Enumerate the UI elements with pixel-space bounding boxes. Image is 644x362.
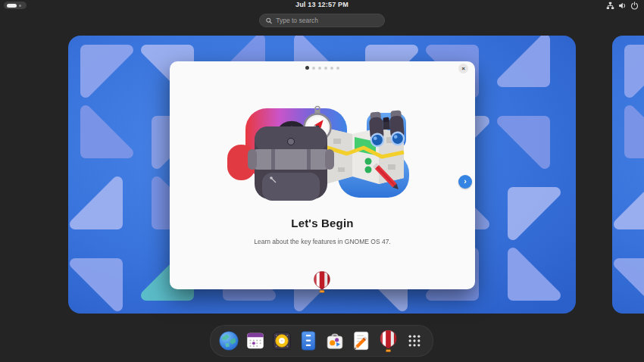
dock-item-music[interactable] [270, 329, 293, 352]
dock-item-text-editor[interactable] [350, 329, 373, 352]
tour-balloon-icon [378, 329, 399, 352]
software-bag-icon [324, 330, 345, 351]
dash-dock [210, 325, 433, 357]
dialog-subtitle: Learn about the key features in GNOME OS… [170, 238, 475, 245]
chevron-right-icon: › [464, 176, 467, 186]
next-page-button[interactable]: › [458, 175, 472, 189]
volume-icon [618, 2, 627, 10]
dock-item-software[interactable] [324, 329, 346, 352]
tour-illustration [227, 101, 417, 201]
search-icon [266, 17, 272, 24]
carousel-dot-4[interactable] [324, 67, 327, 70]
carousel-dot-3[interactable] [318, 67, 321, 70]
dock-item-web-browser[interactable] [217, 329, 240, 352]
network-wired-icon [606, 2, 614, 10]
system-status-area[interactable] [606, 2, 639, 10]
clock[interactable]: Jul 13 12:57 PM [0, 1, 644, 8]
show-apps-button[interactable] [403, 329, 426, 352]
illustration-backpack [248, 123, 334, 201]
carousel-dot-2[interactable] [312, 67, 315, 70]
dock-item-tour[interactable] [377, 329, 399, 352]
files-icon [298, 330, 319, 351]
app-grid-icon [405, 331, 424, 351]
close-icon: × [461, 65, 465, 72]
wallpaper-side [612, 36, 644, 314]
dock-item-calendar[interactable] [244, 329, 267, 352]
hot-air-balloon-icon [312, 270, 332, 293]
dock-item-files[interactable] [297, 329, 320, 352]
calendar-icon [245, 330, 266, 351]
carousel-dot-1[interactable] [305, 66, 309, 70]
search-bar[interactable] [259, 14, 385, 27]
power-icon [630, 2, 639, 10]
gnome-tour-dialog: × [170, 61, 475, 289]
web-browser-icon [218, 330, 239, 351]
carousel-dot-5[interactable] [330, 67, 333, 70]
carousel-dot-6[interactable] [336, 67, 339, 70]
carousel-dots [170, 66, 475, 70]
text-editor-icon [351, 330, 372, 351]
music-speaker-icon [271, 330, 292, 351]
search-input[interactable] [276, 17, 378, 24]
dialog-title: Let's Begin [170, 217, 475, 229]
close-button[interactable]: × [458, 64, 468, 73]
top-bar: Jul 13 12:57 PM [0, 0, 644, 11]
workspace-thumbnail-next[interactable] [612, 36, 644, 314]
